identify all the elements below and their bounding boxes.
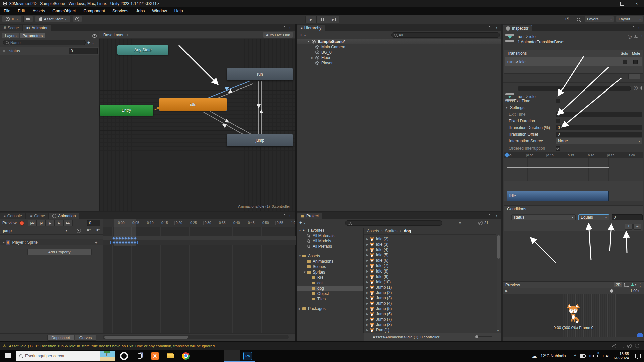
project-tree-item[interactable]: ▶ Packages <box>297 306 363 311</box>
parameters-subtab[interactable]: Parameters <box>20 33 45 38</box>
notification-bubble[interactable] <box>637 333 643 337</box>
expand-arrow-icon[interactable]: ▶ <box>366 264 370 267</box>
ordered-interruption-checkbox[interactable] <box>556 146 560 151</box>
transition-name-field[interactable] <box>518 86 631 91</box>
menu-item[interactable]: File <box>0 7 14 15</box>
settings-foldout-icon[interactable]: ▼ <box>505 106 508 109</box>
first-key-button[interactable]: |◀◀ <box>28 220 37 226</box>
search-everywhere-icon[interactable] <box>577 18 580 21</box>
expand-arrow-icon[interactable]: ▶ <box>366 238 370 241</box>
tab-animator[interactable]: ⋈Animator <box>23 25 51 31</box>
preview-toggle[interactable]: Preview <box>2 221 17 225</box>
state-node-jump[interactable]: jump <box>227 134 293 146</box>
asset-row[interactable]: ▶ Idle (6) <box>364 258 496 263</box>
add-condition-button[interactable]: + <box>625 224 633 230</box>
expand-arrow-icon[interactable]: ▶ <box>366 275 370 278</box>
mute-checkbox[interactable] <box>633 60 638 64</box>
taskbar-clock[interactable]: 18:55 6/3/2024 <box>614 352 629 360</box>
transition-duration-field[interactable]: 0 <box>556 125 642 130</box>
tab-inspector[interactable]: iInspector <box>503 25 532 31</box>
avatar-icon[interactable] <box>631 283 634 287</box>
create-asset-caret-icon[interactable]: ▾ <box>304 222 305 225</box>
expand-arrow-icon[interactable]: ▶ <box>366 291 370 294</box>
preview-viewport[interactable]: 0:00 (000.0%) Frame 0 <box>503 294 644 337</box>
create-asset-button[interactable]: + <box>299 220 302 225</box>
dopesheet-mode-button[interactable]: Dopesheet <box>47 335 74 341</box>
taskbar-app-icon[interactable] <box>163 350 178 362</box>
unity-hub-button[interactable] <box>73 16 82 22</box>
step-button[interactable]: ▶ <box>328 16 339 23</box>
asset-row[interactable]: ▶ Jump (2) <box>364 290 496 295</box>
layers-dropdown[interactable]: Layers▾ <box>585 16 614 22</box>
state-node-entry[interactable]: Entry <box>100 105 153 116</box>
interruption-source-dropdown[interactable]: None▾ <box>556 138 642 144</box>
avatar-caret-icon[interactable]: ▾ <box>635 283 636 286</box>
exit-time-field[interactable]: 0 <box>556 112 642 117</box>
hierarchy-item[interactable]: Main Camera <box>297 44 501 50</box>
asset-store-button[interactable]: Asset Store▾ <box>35 16 70 22</box>
notification-center-icon[interactable] <box>635 354 641 358</box>
menu-item[interactable]: Edit <box>14 7 29 15</box>
horizontal-scrollbar[interactable] <box>103 335 289 339</box>
asset-row[interactable]: ▶ Jump (8) <box>364 322 496 327</box>
menu-item[interactable]: Services <box>109 7 132 15</box>
add-parameter-caret-icon[interactable]: ▾ <box>92 42 94 45</box>
taskbar-app-icon[interactable] <box>224 350 240 362</box>
asset-row[interactable]: ▶ Idle (7) <box>364 263 496 268</box>
pause-button[interactable] <box>317 16 328 23</box>
maximize-button[interactable] <box>614 0 629 7</box>
asset-row[interactable]: ▶ Run (1) <box>364 327 496 333</box>
breadcrumb-layer[interactable]: Base Layer <box>103 33 124 37</box>
battery-icon[interactable] <box>580 354 585 358</box>
asset-row[interactable]: ▶ Idle (8) <box>364 268 496 274</box>
transition-offset-field[interactable]: 0 <box>556 132 642 137</box>
version-control-history-icon[interactable]: ↺ <box>565 16 569 22</box>
play-animation-button[interactable]: ▶ <box>46 220 55 226</box>
preview-2d-button[interactable]: 2D <box>614 282 622 287</box>
menu-item[interactable]: Component <box>79 7 109 15</box>
property-row[interactable]: ▸ Player : Sprite ◆ <box>0 239 103 245</box>
tab-hierarchy[interactable]: ≡Hierarchy <box>297 25 325 31</box>
menu-item[interactable]: Assets <box>29 7 49 15</box>
expand-arrow-icon[interactable]: ▶ <box>366 286 370 289</box>
expand-arrow-icon[interactable]: ▶ <box>366 281 370 284</box>
account-button[interactable]: JF▾ <box>2 16 21 22</box>
taskbar-app-icon[interactable] <box>116 350 132 362</box>
clip-dropdown-caret-icon[interactable]: ▾ <box>66 229 67 232</box>
create-object-caret-icon[interactable]: ▾ <box>304 34 306 37</box>
breadcrumb-root[interactable]: Assets <box>367 229 379 233</box>
fixed-duration-checkbox[interactable] <box>556 119 560 123</box>
tray-expand-icon[interactable]: ^ <box>574 354 576 358</box>
breadcrumb-mid[interactable]: Sprites <box>385 229 397 233</box>
asset-row[interactable]: ▶ Jump (6) <box>364 311 496 317</box>
keyboard-language[interactable]: CAT <box>603 354 610 358</box>
lock-icon[interactable] <box>489 27 492 29</box>
search-by-label-icon[interactable]: ★ <box>458 220 462 225</box>
expand-arrow-icon[interactable]: ▶ <box>366 248 370 251</box>
project-tree-item[interactable]: Scenes <box>297 264 363 269</box>
lock-icon[interactable] <box>282 27 285 29</box>
expand-arrow-icon[interactable]: ▼ <box>299 255 302 258</box>
search-daily-image[interactable] <box>100 351 115 361</box>
expand-arrow-icon[interactable]: ▶ <box>366 318 370 321</box>
expand-arrow-icon[interactable]: ▼ <box>303 271 307 274</box>
exit-time-line[interactable] <box>507 167 609 168</box>
state-node-any-state[interactable]: Any State <box>117 45 168 55</box>
component-menu-icon[interactable]: ⋮ <box>640 34 644 39</box>
panel-menu-icon[interactable]: ⋮ <box>288 25 292 30</box>
expand-arrow-icon[interactable]: ▶ <box>366 329 370 332</box>
menu-item[interactable]: Jobs <box>132 7 148 15</box>
add-keyframe-icon[interactable]: ◆+ <box>87 228 91 232</box>
layout-dropdown[interactable]: Layout▾ <box>616 16 643 22</box>
expand-arrow-icon[interactable]: ▶ <box>299 307 302 310</box>
record-button[interactable] <box>19 221 24 226</box>
taskbar-app-icon[interactable] <box>209 350 224 362</box>
vertical-scrollbar[interactable]: ▾ <box>497 234 501 333</box>
state-node-idle[interactable]: idle <box>159 98 227 111</box>
curves-mode-button[interactable]: Curves <box>75 335 96 341</box>
expand-arrow-icon[interactable]: ▶ <box>366 302 370 305</box>
scene-row[interactable]: ▼ SampleScene* <box>297 39 501 44</box>
project-search-input[interactable] <box>345 220 442 226</box>
has-exit-time-checkbox[interactable] <box>556 99 560 103</box>
remove-transition-button[interactable]: − <box>628 74 640 79</box>
